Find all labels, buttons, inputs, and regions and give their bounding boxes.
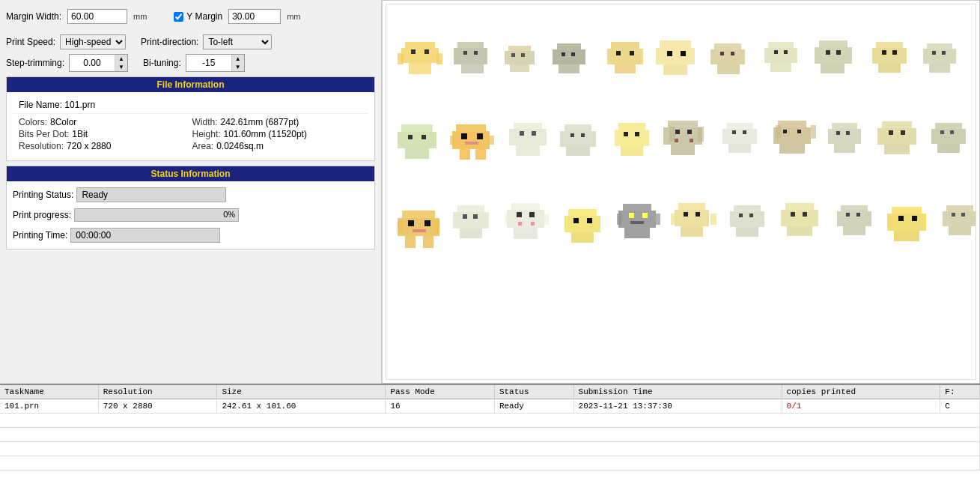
svg-rect-188 xyxy=(949,226,971,235)
svg-rect-159 xyxy=(678,203,705,210)
bi-tuning-input: ▲ ▼ xyxy=(186,54,245,72)
table-row[interactable]: 101.prn 720 x 2880 242.61 x 101.60 16 Re… xyxy=(0,399,980,414)
print-speed-select[interactable]: High-speed Normal Low xyxy=(60,34,126,49)
y-margin-checkbox[interactable] xyxy=(174,12,183,22)
svg-rect-190 xyxy=(961,213,965,217)
progress-bar-label: 0% xyxy=(223,210,235,219)
svg-rect-145 xyxy=(531,222,535,226)
svg-rect-36 xyxy=(720,52,724,55)
svg-rect-177 xyxy=(837,211,871,226)
svg-rect-30 xyxy=(663,64,687,75)
left-panel: Margin Width: mm Y Margin mm Print Speed… xyxy=(0,0,382,384)
task-table: TaskName Resolution Size Pass Mode Statu… xyxy=(0,385,980,471)
table-row-empty-1 xyxy=(0,414,980,428)
svg-rect-68 xyxy=(475,149,486,160)
svg-rect-185 xyxy=(912,216,917,221)
svg-rect-82 xyxy=(618,123,645,130)
cell-size: 242.61 x 101.60 xyxy=(217,399,386,414)
bi-tuning-down[interactable]: ▼ xyxy=(232,63,244,71)
svg-rect-109 xyxy=(828,129,861,144)
y-margin-input[interactable] xyxy=(228,9,281,24)
svg-rect-74 xyxy=(516,145,540,156)
svg-rect-73 xyxy=(509,129,547,145)
svg-rect-46 xyxy=(826,50,830,55)
svg-rect-100 xyxy=(743,130,746,134)
svg-rect-103 xyxy=(779,144,805,154)
svg-rect-174 xyxy=(791,212,795,217)
svg-rect-104 xyxy=(776,125,781,139)
svg-rect-101 xyxy=(778,121,806,127)
svg-rect-25 xyxy=(615,64,636,73)
cell-f: C xyxy=(940,399,980,414)
svg-rect-150 xyxy=(587,218,592,223)
resolution-label: Resolution: xyxy=(19,141,64,151)
svg-rect-181 xyxy=(892,207,922,214)
preview-area xyxy=(386,4,976,380)
svg-rect-4 xyxy=(436,53,442,64)
bi-tuning-label: Bi-tuning: xyxy=(143,58,181,68)
svg-rect-170 xyxy=(749,214,753,217)
print-progress-row: Print progress: 0% xyxy=(13,207,368,223)
area-label: Area: xyxy=(192,141,214,151)
svg-rect-147 xyxy=(564,216,600,232)
status-info-header: Status Information xyxy=(7,166,374,181)
bi-tuning-up[interactable]: ▲ xyxy=(232,55,244,63)
svg-rect-152 xyxy=(618,211,656,228)
step-trimming-up[interactable]: ▲ xyxy=(115,55,127,63)
svg-rect-141 xyxy=(514,228,538,239)
svg-rect-99 xyxy=(732,130,736,134)
svg-rect-142 xyxy=(517,212,522,217)
svg-rect-39 xyxy=(764,48,797,63)
svg-rect-37 xyxy=(731,52,734,55)
svg-rect-29 xyxy=(656,48,695,64)
bits-per-dot-item: Bits Per Dot: 1Bit xyxy=(19,129,189,139)
svg-rect-180 xyxy=(856,213,860,217)
status-info-panel: Status Information Printing Status: Read… xyxy=(6,166,375,249)
colors-item: Colors: 8Color xyxy=(19,117,189,127)
svg-rect-14 xyxy=(505,51,535,64)
file-name-row: File Name: 101.prn xyxy=(13,97,368,114)
colors-label: Colors: xyxy=(19,117,47,127)
col-pass-mode: Pass Mode xyxy=(386,385,494,399)
svg-rect-23 xyxy=(611,42,639,49)
svg-rect-111 xyxy=(836,131,840,135)
svg-rect-117 xyxy=(901,130,905,135)
svg-rect-160 xyxy=(675,210,709,226)
svg-rect-76 xyxy=(532,131,536,136)
printing-status-label: Printing Status: xyxy=(13,190,73,200)
svg-rect-49 xyxy=(872,48,907,64)
margin-width-input[interactable] xyxy=(67,9,127,24)
resolution-item: Resolution: 720 x 2880 xyxy=(19,141,189,151)
svg-rect-54 xyxy=(923,49,956,64)
step-trimming-group: Step-trimming: ▲ ▼ xyxy=(6,54,128,72)
bi-tuning-value[interactable] xyxy=(186,56,231,70)
svg-rect-130 xyxy=(424,220,430,226)
svg-rect-114 xyxy=(877,128,916,145)
resolution-value: 720 x 2880 xyxy=(67,141,111,151)
svg-rect-80 xyxy=(570,133,574,137)
printing-time-value: 00:00:00 xyxy=(70,228,220,243)
svg-rect-48 xyxy=(876,42,903,48)
bits-per-dot-label: Bits Per Dot: xyxy=(19,129,69,139)
svg-rect-62 xyxy=(421,135,426,139)
svg-rect-10 xyxy=(461,64,484,73)
step-trimming-down[interactable]: ▼ xyxy=(115,63,127,71)
task-table-body: 101.prn 720 x 2880 242.61 x 101.60 16 Re… xyxy=(0,399,980,471)
svg-rect-56 xyxy=(932,51,936,55)
svg-rect-137 xyxy=(511,203,540,210)
svg-rect-173 xyxy=(787,226,812,236)
area-value: 0.0246sq.m xyxy=(216,141,264,151)
svg-rect-27 xyxy=(630,51,634,55)
svg-rect-175 xyxy=(803,212,807,217)
svg-rect-57 xyxy=(942,51,946,55)
print-direction-select[interactable]: To-left To-right Bidirectional xyxy=(203,34,272,49)
svg-rect-121 xyxy=(940,130,944,134)
svg-rect-120 xyxy=(937,144,960,153)
step-trimming-value[interactable] xyxy=(70,56,115,70)
svg-rect-158 xyxy=(630,221,644,224)
svg-rect-127 xyxy=(405,236,416,248)
svg-rect-107 xyxy=(797,130,801,133)
svg-rect-8 xyxy=(457,42,484,48)
svg-rect-26 xyxy=(616,51,621,55)
svg-rect-31 xyxy=(667,51,672,56)
